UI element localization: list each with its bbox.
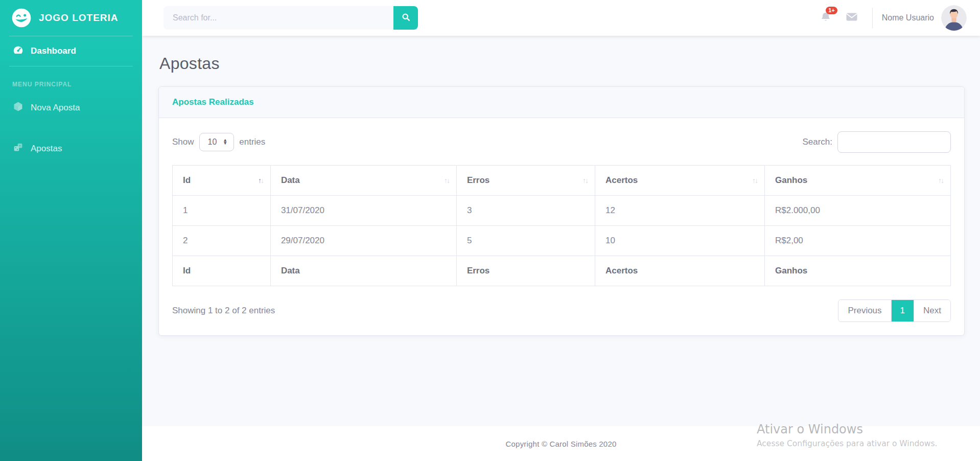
sidebar-section-heading: MENU PRINCIPAL	[0, 66, 142, 93]
cell-erros: 3	[456, 196, 595, 226]
footer-data: Data	[270, 256, 456, 286]
sidebar-item-nova-aposta[interactable]: Nova Aposta	[0, 93, 142, 123]
pagination: Previous 1 Next	[838, 299, 951, 322]
cell-id: 2	[173, 226, 271, 256]
cell-data: 29/07/2020	[270, 226, 456, 256]
app-root: JOGO LOTERIA Dashboard MENU PRINCIPAL	[0, 0, 980, 461]
footer-acertos: Acertos	[595, 256, 764, 286]
search-button[interactable]	[393, 6, 418, 30]
brand-link[interactable]: JOGO LOTERIA	[0, 0, 142, 36]
brand-title: JOGO LOTERIA	[39, 12, 119, 24]
cell-ganhos: R$2.000,00	[764, 196, 950, 226]
cell-ganhos: R$2,00	[764, 226, 950, 256]
footer-erros: Erros	[456, 256, 595, 286]
page-length-value: 10	[208, 137, 217, 147]
entries-label: entries	[239, 137, 265, 147]
table-row: 1 31/07/2020 3 12 R$2.000,00	[173, 196, 951, 226]
cell-data: 31/07/2020	[270, 196, 456, 226]
topbar-divider	[872, 8, 873, 28]
table-header-row: Id ↑↓ Data ↑↓ Erros ↑↓	[173, 166, 951, 196]
sidebar-item-label: Nova Aposta	[31, 103, 80, 113]
dice-icon	[12, 142, 24, 155]
sidebar-item-label: Apostas	[31, 144, 62, 154]
bell-icon	[820, 16, 831, 25]
footer-ganhos: Ganhos	[764, 256, 950, 286]
select-arrows-icon: ▲▼	[223, 139, 227, 145]
tachometer-icon	[12, 44, 24, 58]
sidebar: JOGO LOTERIA Dashboard MENU PRINCIPAL	[0, 0, 142, 461]
table-search-input[interactable]	[837, 131, 951, 153]
topbar-right: 1+ Nome Usuario	[813, 3, 967, 33]
page-length-select[interactable]: 10 ▲▼	[199, 133, 235, 151]
messages-button[interactable]	[838, 8, 865, 28]
sort-icon: ↑↓	[938, 176, 943, 185]
topbar-search	[164, 6, 418, 30]
sort-icon: ↑↓	[752, 176, 757, 185]
sort-icon: ↑↓	[258, 176, 263, 185]
sort-icon: ↑↓	[582, 176, 588, 185]
datatable-footer: Showing 1 to 2 of 2 entries Previous 1 N…	[172, 299, 951, 322]
search-input[interactable]	[164, 6, 393, 30]
topbar: 1+ Nome Usuario	[142, 0, 980, 36]
sort-icon: ↑↓	[444, 176, 449, 185]
apostas-card: Apostas Realizadas Show 10 ▲▼ entries	[158, 86, 965, 336]
filter-label: Search:	[802, 137, 832, 147]
user-name: Nome Usuario	[882, 13, 934, 22]
sidebar-spacer	[0, 123, 142, 134]
column-header-id[interactable]: Id ↑↓	[173, 166, 271, 196]
page-footer: Copyright © Carol Simões 2020	[142, 426, 980, 461]
cell-id: 1	[173, 196, 271, 226]
table-footer-row: Id Data Erros Acertos Ganhos	[173, 256, 951, 286]
pagination-next[interactable]: Next	[914, 300, 950, 321]
pagination-page-1[interactable]: 1	[892, 300, 914, 321]
apostas-table: Id ↑↓ Data ↑↓ Erros ↑↓	[172, 165, 951, 286]
user-menu[interactable]: Nome Usuario	[882, 3, 967, 33]
laugh-wink-icon	[11, 8, 32, 28]
page-content: Apostas Apostas Realizadas Show 10 ▲▼ en…	[142, 36, 980, 426]
card-body: Show 10 ▲▼ entries Search:	[159, 118, 964, 335]
copyright-text: Copyright © Carol Simões 2020	[506, 440, 617, 448]
column-header-erros[interactable]: Erros ↑↓	[456, 166, 595, 196]
card-title: Apostas Realizadas	[159, 87, 964, 118]
show-label: Show	[172, 137, 194, 147]
datatable-controls: Show 10 ▲▼ entries Search:	[172, 131, 951, 153]
main-column: 1+ Nome Usuario	[142, 0, 980, 461]
table-info: Showing 1 to 2 of 2 entries	[172, 306, 275, 316]
page-title: Apostas	[159, 54, 965, 73]
cell-erros: 5	[456, 226, 595, 256]
pagination-previous[interactable]: Previous	[838, 300, 891, 321]
search-icon	[402, 13, 410, 23]
cell-acertos: 12	[595, 196, 764, 226]
table-filter: Search:	[802, 131, 951, 153]
column-header-ganhos[interactable]: Ganhos ↑↓	[764, 166, 950, 196]
cube-icon	[12, 101, 24, 114]
cell-acertos: 10	[595, 226, 764, 256]
column-header-data[interactable]: Data ↑↓	[270, 166, 456, 196]
table-row: 2 29/07/2020 5 10 R$2,00	[173, 226, 951, 256]
sidebar-item-dashboard[interactable]: Dashboard	[0, 36, 142, 66]
notifications-button[interactable]: 1+	[813, 7, 838, 29]
sidebar-item-label: Dashboard	[31, 46, 76, 56]
footer-id: Id	[173, 256, 271, 286]
column-header-acertos[interactable]: Acertos ↑↓	[595, 166, 764, 196]
page-length-control: Show 10 ▲▼ entries	[172, 133, 265, 151]
notification-badge: 1+	[826, 7, 837, 14]
user-avatar	[941, 5, 967, 31]
sidebar-item-apostas[interactable]: Apostas	[0, 134, 142, 164]
envelope-icon	[846, 15, 858, 24]
